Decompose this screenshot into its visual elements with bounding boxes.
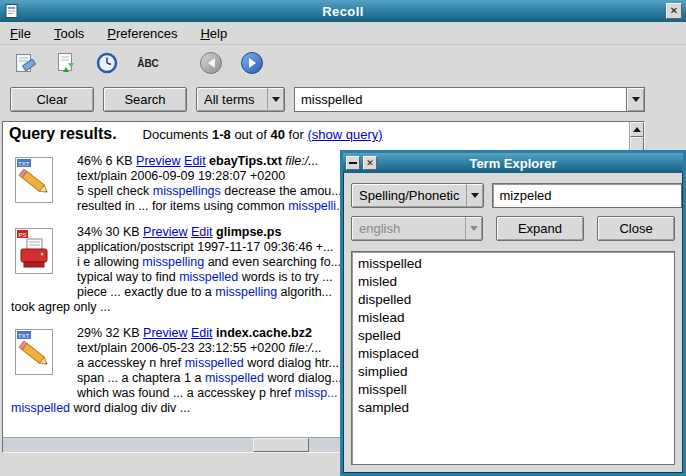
edit-link[interactable]: Edit — [191, 326, 213, 340]
window-menu-icon — [349, 162, 357, 164]
forward-button[interactable] — [238, 49, 266, 77]
edit-link[interactable]: Edit — [191, 225, 213, 239]
menu-preferences[interactable]: Preferences — [105, 25, 179, 42]
menu-tools[interactable]: Tools — [52, 25, 86, 42]
clear-search-icon — [13, 51, 37, 75]
file-size: 6 KB — [106, 154, 133, 168]
search-button-label: Search — [124, 92, 165, 107]
search-query-combobox[interactable] — [294, 87, 645, 112]
term-list-item[interactable]: sampled — [352, 399, 674, 417]
clear-search-button[interactable] — [11, 49, 39, 77]
search-button[interactable]: Search — [103, 87, 187, 112]
chevron-down-icon — [466, 184, 483, 207]
show-query-link[interactable]: (show query) — [307, 127, 382, 142]
clear-button-label: Clear — [36, 92, 67, 107]
window-title: Recoll — [0, 4, 686, 19]
term-explorer-body: Spelling/Phonetic english Expand Close m… — [343, 173, 683, 473]
preview-link[interactable]: Preview — [136, 154, 180, 168]
term-explorer-button[interactable]: ÂBC — [134, 49, 162, 77]
forward-arrow-icon — [241, 52, 263, 74]
main-titlebar[interactable]: Recoll ✕ — [0, 0, 686, 22]
relevance-percent: 29% — [77, 326, 102, 340]
term-list-item[interactable]: spelled — [352, 327, 674, 345]
expansion-mode-value: Spelling/Phonetic — [352, 188, 466, 203]
update-index-button[interactable] — [52, 49, 80, 77]
relevance-percent: 46% — [77, 154, 102, 168]
term-list: misspelled misled dispelled mislead spel… — [351, 251, 675, 465]
chevron-down-icon — [267, 88, 284, 111]
window-icon[interactable] — [4, 3, 20, 19]
term-list-item[interactable]: misspell — [352, 381, 674, 399]
search-controls: Clear Search All terms — [0, 81, 686, 117]
scroll-up-icon — [633, 127, 641, 132]
term-list-item[interactable]: mislead — [352, 309, 674, 327]
close-button[interactable]: Close — [597, 216, 675, 241]
dialog-menu-button[interactable] — [346, 156, 360, 170]
edit-link[interactable]: Edit — [184, 154, 206, 168]
term-list-item[interactable]: simplied — [352, 363, 674, 381]
svg-text:PS: PS — [19, 232, 27, 238]
language-value: english — [352, 221, 465, 236]
file-size: 32 KB — [106, 326, 140, 340]
chevron-down-icon — [465, 217, 482, 240]
expand-button-label: Expand — [518, 221, 562, 236]
close-button-label: Close — [619, 221, 652, 236]
text-file-icon: TXT — [14, 328, 54, 380]
scroll-up-button[interactable] — [630, 122, 644, 137]
query-dropdown-arrow-icon[interactable] — [626, 88, 644, 111]
result-filename: index.cache.bz2 — [216, 326, 312, 340]
results-summary: Documents 1-8 out of 40 for — [143, 127, 308, 142]
close-button[interactable]: ✕ — [666, 3, 682, 19]
result-url: file:/... — [285, 154, 318, 168]
preview-link[interactable]: Preview — [143, 225, 187, 239]
results-title: Query results. — [9, 125, 117, 142]
dialog-close-button[interactable]: ✕ — [363, 156, 377, 170]
back-arrow-icon — [200, 52, 222, 74]
spell-abc-icon: ÂBC — [137, 58, 159, 69]
expansion-mode-select[interactable]: Spelling/Phonetic — [351, 183, 484, 208]
preview-link[interactable]: Preview — [143, 326, 187, 340]
search-mode-value: All terms — [197, 92, 267, 107]
relevance-percent: 34% — [77, 225, 102, 239]
clear-button[interactable]: Clear — [10, 87, 94, 112]
term-explorer-dialog: ✕ Term Explorer Spelling/Phonetic englis… — [340, 150, 686, 476]
history-button[interactable] — [93, 49, 121, 77]
close-icon: ✕ — [670, 6, 678, 16]
postscript-file-icon: PS — [14, 227, 54, 279]
expand-button[interactable]: Expand — [496, 216, 584, 241]
text-file-icon: TXT — [14, 156, 54, 208]
toolbar: ÂBC — [0, 45, 686, 81]
update-index-icon — [54, 51, 78, 75]
results-header: Query results.Documents 1-8 out of 40 fo… — [9, 125, 627, 143]
menu-file[interactable]: File — [8, 25, 33, 42]
term-list-item[interactable]: dispelled — [352, 291, 674, 309]
term-list-item[interactable]: misled — [352, 273, 674, 291]
back-button[interactable] — [197, 49, 225, 77]
svg-text:TXT: TXT — [18, 333, 30, 339]
search-input[interactable] — [295, 88, 626, 111]
close-icon: ✕ — [366, 159, 374, 168]
language-select[interactable]: english — [351, 216, 483, 241]
term-explorer-titlebar[interactable]: ✕ Term Explorer — [343, 153, 683, 173]
search-mode-select[interactable]: All terms — [196, 87, 285, 112]
result-filename: glimpse.ps — [216, 225, 281, 239]
horizontal-scroll-thumb[interactable] — [253, 438, 309, 452]
term-input[interactable] — [492, 183, 682, 208]
term-list-item[interactable]: misspelled — [352, 255, 674, 273]
file-size: 30 KB — [106, 225, 140, 239]
result-filename: ebayTips.txt — [209, 154, 282, 168]
history-clock-icon — [95, 51, 119, 75]
menubar: File Tools Preferences Help — [0, 22, 686, 45]
svg-text:TXT: TXT — [18, 161, 30, 167]
term-list-item[interactable]: misplaced — [352, 345, 674, 363]
dialog-title: Term Explorer — [343, 156, 683, 171]
menu-help[interactable]: Help — [198, 25, 229, 42]
